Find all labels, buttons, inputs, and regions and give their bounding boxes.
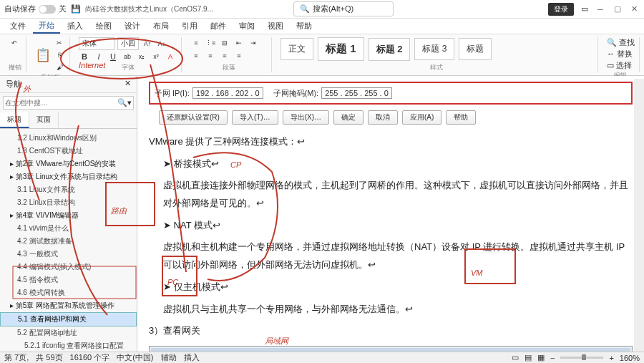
- nav-tab-pages[interactable]: 页面: [29, 112, 59, 128]
- tree-item[interactable]: 5.1 查看网络IP和网关: [0, 312, 137, 326]
- menu-view[interactable]: 视图: [262, 19, 289, 33]
- tree-item[interactable]: 4.5 指令模式: [0, 274, 137, 286]
- tree-item[interactable]: ▸ 第2章 VMware与CentOS的安装: [0, 158, 137, 170]
- replace-button[interactable]: ↔ 替换: [607, 49, 635, 59]
- maximize-button[interactable]: ▢: [613, 4, 623, 14]
- tree-item[interactable]: 1.3 CentOS下载地址: [0, 145, 137, 158]
- strike-button[interactable]: ab: [122, 51, 133, 62]
- menu-draw[interactable]: 绘图: [90, 19, 117, 33]
- zoom-value[interactable]: 160%: [620, 354, 640, 362]
- grow-font-icon[interactable]: A↑: [142, 38, 153, 49]
- status-page[interactable]: 第 7页,: [4, 352, 29, 363]
- menu-design[interactable]: 设计: [119, 19, 146, 33]
- style-heading2[interactable]: 标题 2: [369, 38, 411, 61]
- multilevel-icon[interactable]: ⊟: [219, 37, 230, 49]
- tree-item[interactable]: 4.2 测试数据准备: [0, 235, 137, 248]
- italic-button[interactable]: I: [93, 51, 104, 62]
- tree-item[interactable]: 1.2 Linux和Windows区别: [0, 132, 137, 145]
- menu-home[interactable]: 开始: [33, 19, 60, 34]
- tree-item[interactable]: ▸ 第4章 VI/VIM编辑器: [0, 209, 137, 222]
- select-button[interactable]: ▭ 选择: [607, 60, 635, 71]
- zoom-slider[interactable]: [560, 357, 603, 359]
- underline-button[interactable]: U: [107, 51, 119, 62]
- tree-item[interactable]: 5.2.1 ifconfig 查看网络接口配置: [0, 339, 137, 352]
- search-dropdown-icon[interactable]: 🔍▾: [117, 98, 132, 107]
- subnet-mask-value[interactable]: 255 . 255 . 255 . 0: [321, 87, 392, 99]
- ok-button[interactable]: 确定: [333, 110, 364, 125]
- view-read-icon[interactable]: ▭: [512, 353, 519, 362]
- tree-item[interactable]: 4.4 编辑模式(插入模式): [0, 261, 137, 274]
- numbering-icon[interactable]: ⋮≡: [205, 37, 216, 49]
- close-button[interactable]: ✕: [630, 4, 640, 14]
- tree-item[interactable]: 4.3 一般模式: [0, 248, 137, 261]
- view-print-icon[interactable]: ▤: [525, 353, 532, 362]
- style-title[interactable]: 标题: [459, 38, 492, 60]
- nav-tree: 1.2 Linux和Windows区别1.3 CentOS下载地址▸ 第2章 V…: [0, 129, 137, 352]
- shrink-font-icon[interactable]: A↓: [156, 38, 167, 49]
- save-icon[interactable]: 💾: [71, 4, 81, 14]
- menu-mailings[interactable]: 邮件: [205, 19, 232, 33]
- undo-icon[interactable]: ↶: [9, 37, 20, 49]
- align-right-icon[interactable]: ≡: [219, 50, 230, 62]
- restore-defaults-button[interactable]: 还原默认设置(R): [159, 110, 228, 125]
- tree-item[interactable]: 4.1 vi/vim是什么: [0, 222, 137, 235]
- cancel-button[interactable]: 取消: [368, 110, 398, 125]
- ribbon-mode-icon[interactable]: ▭: [581, 4, 588, 14]
- tree-item[interactable]: 5.2 配置网络ip地址: [0, 326, 137, 339]
- bold-button[interactable]: B: [79, 51, 90, 62]
- subnet-ip-label: 子网 IP(I):: [155, 88, 190, 99]
- bullets-icon[interactable]: ≡: [190, 37, 202, 49]
- format-painter-icon[interactable]: 🖌: [54, 62, 65, 73]
- menu-references[interactable]: 引用: [176, 19, 203, 33]
- nav-tab-headings[interactable]: 标题: [0, 112, 29, 128]
- paste-icon[interactable]: 📋: [35, 47, 51, 63]
- font-color-button[interactable]: A: [165, 51, 176, 62]
- export-button[interactable]: 导出(X)…: [283, 110, 329, 125]
- login-button[interactable]: 登录: [548, 3, 574, 16]
- find-button[interactable]: 🔍 查找: [607, 37, 635, 48]
- justify-icon[interactable]: ≡: [233, 50, 245, 62]
- nav-search-box[interactable]: 🔍▾: [3, 96, 134, 110]
- menu-insert[interactable]: 插入: [62, 19, 89, 33]
- vertical-scrollbar[interactable]: [634, 79, 644, 352]
- menu-review[interactable]: 审阅: [233, 19, 260, 33]
- copy-icon[interactable]: ⎘: [54, 49, 65, 61]
- align-center-icon[interactable]: ≡: [205, 50, 216, 62]
- search-box[interactable]: 🔍 搜索(Alt+Q): [293, 1, 394, 16]
- font-size-select[interactable]: 小四: [117, 37, 139, 50]
- nav-search-input[interactable]: [5, 99, 117, 107]
- style-heading3[interactable]: 标题 3: [414, 38, 454, 60]
- sub-button[interactable]: x₂: [136, 51, 147, 62]
- apply-button[interactable]: 应用(A): [402, 110, 441, 125]
- tree-item[interactable]: ▸ 第5章 网络配置和系统管理操作: [0, 299, 137, 312]
- auto-save-toggle[interactable]: 自动保存 关: [4, 4, 67, 14]
- sup-button[interactable]: x²: [150, 51, 162, 62]
- font-family-select[interactable]: 宋体: [79, 37, 114, 50]
- indent-icon[interactable]: ⇥: [248, 37, 259, 49]
- menu-layout[interactable]: 布局: [147, 19, 175, 33]
- menu-file[interactable]: 文件: [4, 19, 31, 33]
- outdent-icon[interactable]: ⇤: [233, 37, 245, 49]
- zoom-in-icon[interactable]: +: [609, 354, 613, 362]
- document-area[interactable]: 子网 IP(I): 192 . 168 . 202 . 0 子网掩码(M): 2…: [137, 76, 644, 352]
- status-words[interactable]: 16160 个字: [70, 352, 110, 363]
- style-normal[interactable]: 正文: [280, 38, 313, 60]
- nav-close-icon[interactable]: ✕: [125, 79, 131, 89]
- nav-title: 导航: [6, 79, 21, 89]
- minimize-button[interactable]: ─: [595, 4, 605, 14]
- help-button[interactable]: 帮助: [446, 110, 476, 125]
- cut-icon[interactable]: ✂: [54, 37, 65, 49]
- align-left-icon[interactable]: ≡: [190, 50, 202, 62]
- subnet-ip-value[interactable]: 192 . 168 . 202 . 0: [192, 87, 263, 99]
- status-ime[interactable]: 中文(中国): [117, 352, 153, 363]
- import-button[interactable]: 导入(T)…: [232, 110, 278, 125]
- tree-item[interactable]: 4.6 模式间转换: [0, 286, 137, 299]
- view-web-icon[interactable]: ▦: [537, 353, 545, 362]
- tree-item[interactable]: 3.1 Linux文件系统: [0, 183, 137, 196]
- search-icon: 🔍: [300, 4, 310, 14]
- tree-item[interactable]: 3.2 Linux目录结构: [0, 196, 137, 209]
- menu-help[interactable]: 帮助: [291, 19, 318, 33]
- style-heading1[interactable]: 标题 1: [318, 37, 364, 61]
- tree-item[interactable]: ▸ 第3章 Linux文件系统与目录结构: [0, 170, 137, 183]
- zoom-out-icon[interactable]: −: [550, 354, 555, 362]
